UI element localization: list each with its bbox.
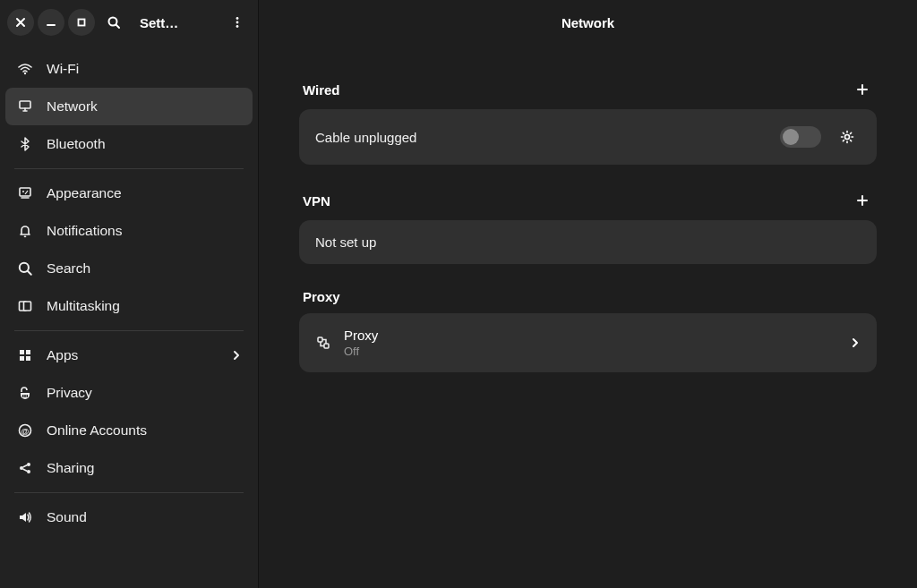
divider bbox=[14, 168, 244, 169]
search-icon bbox=[16, 260, 34, 277]
close-button[interactable] bbox=[7, 9, 34, 36]
sidebar-nav: Wi-Fi Network Bluetooth Appearance Noti bbox=[0, 45, 258, 541]
svg-point-3 bbox=[236, 21, 239, 24]
sidebar-item-multitasking[interactable]: Multitasking bbox=[5, 287, 253, 325]
menu-button[interactable] bbox=[224, 9, 251, 36]
search-button[interactable] bbox=[100, 9, 127, 36]
apps-icon bbox=[16, 347, 34, 363]
gear-icon bbox=[839, 129, 855, 145]
multitasking-icon bbox=[16, 298, 34, 314]
svg-rect-17 bbox=[24, 395, 26, 397]
svg-point-8 bbox=[22, 191, 24, 192]
notifications-icon bbox=[16, 223, 34, 239]
svg-rect-0 bbox=[79, 20, 85, 26]
sidebar-item-label: Appearance bbox=[47, 185, 122, 201]
svg-rect-26 bbox=[324, 344, 329, 348]
sidebar-item-label: Multitasking bbox=[47, 298, 120, 314]
sidebar-item-label: Bluetooth bbox=[47, 136, 106, 152]
vpn-heading: VPN bbox=[303, 193, 330, 209]
maximize-icon bbox=[76, 17, 87, 28]
svg-rect-14 bbox=[20, 356, 24, 361]
wired-row: Cable unplugged bbox=[299, 109, 877, 165]
sidebar-item-label: Apps bbox=[47, 347, 78, 363]
wifi-icon bbox=[16, 61, 34, 77]
svg-rect-15 bbox=[26, 356, 30, 361]
sidebar-item-network[interactable]: Network bbox=[5, 88, 253, 125]
svg-point-5 bbox=[24, 72, 26, 74]
divider bbox=[14, 492, 244, 493]
toggle-knob bbox=[783, 129, 799, 145]
svg-text:@: @ bbox=[21, 427, 30, 436]
wired-toggle[interactable] bbox=[780, 126, 821, 148]
sidebar-item-search[interactable]: Search bbox=[5, 250, 253, 287]
maximize-button[interactable] bbox=[68, 9, 95, 36]
plus-icon bbox=[856, 83, 869, 96]
sidebar-item-label: Notifications bbox=[47, 223, 122, 239]
sidebar-item-sharing[interactable]: Sharing bbox=[5, 449, 253, 487]
svg-rect-18 bbox=[27, 395, 29, 397]
sidebar-item-privacy[interactable]: Privacy bbox=[5, 374, 253, 412]
svg-rect-11 bbox=[24, 302, 31, 311]
sidebar-item-label: Network bbox=[47, 98, 98, 115]
sidebar-item-online-accounts[interactable]: @ Online Accounts bbox=[5, 412, 253, 449]
main-panel: Network Wired Cable unplugged VPN bbox=[259, 0, 917, 588]
minimize-icon bbox=[46, 17, 56, 28]
vpn-status: Not set up bbox=[315, 234, 861, 250]
proxy-row[interactable]: Proxy Off bbox=[299, 313, 877, 372]
svg-point-22 bbox=[27, 463, 30, 466]
proxy-section: Proxy Proxy Off bbox=[299, 289, 877, 372]
wired-status: Cable unplugged bbox=[315, 130, 767, 145]
svg-rect-16 bbox=[22, 395, 24, 397]
wired-settings-button[interactable] bbox=[834, 124, 861, 150]
minimize-button[interactable] bbox=[38, 9, 64, 36]
svg-rect-13 bbox=[26, 350, 30, 354]
sound-icon bbox=[16, 509, 34, 525]
sidebar-item-notifications[interactable]: Notifications bbox=[5, 212, 253, 250]
titlebar: Sett… bbox=[0, 0, 258, 45]
svg-rect-12 bbox=[20, 350, 24, 354]
vpn-section: VPN Not set up bbox=[299, 190, 877, 264]
sidebar-item-label: Sharing bbox=[47, 460, 94, 476]
svg-point-2 bbox=[236, 17, 239, 20]
sidebar-item-sound[interactable]: Sound bbox=[5, 499, 253, 536]
kebab-icon bbox=[231, 16, 244, 29]
sidebar-item-label: Privacy bbox=[47, 385, 92, 401]
divider bbox=[14, 330, 244, 331]
appearance-icon bbox=[16, 185, 34, 201]
sidebar-item-apps[interactable]: Apps bbox=[5, 337, 253, 374]
sidebar-item-wifi[interactable]: Wi-Fi bbox=[5, 50, 253, 88]
privacy-icon bbox=[16, 385, 34, 401]
svg-rect-25 bbox=[318, 337, 322, 342]
wired-heading: Wired bbox=[303, 82, 340, 98]
close-icon bbox=[15, 17, 26, 28]
sidebar-item-label: Search bbox=[47, 260, 90, 277]
proxy-status: Off bbox=[344, 345, 837, 358]
sidebar-item-label: Online Accounts bbox=[47, 422, 147, 439]
svg-point-4 bbox=[236, 25, 239, 28]
chevron-right-icon bbox=[231, 350, 242, 361]
chevron-right-icon bbox=[850, 337, 861, 348]
proxy-label: Proxy bbox=[344, 328, 837, 343]
add-wired-button[interactable] bbox=[852, 79, 873, 100]
plus-icon bbox=[856, 194, 869, 207]
add-vpn-button[interactable] bbox=[852, 190, 873, 211]
vpn-row: Not set up bbox=[299, 220, 877, 264]
proxy-heading: Proxy bbox=[303, 289, 340, 304]
page-title: Network bbox=[259, 0, 917, 45]
app-title: Sett… bbox=[140, 15, 178, 30]
bluetooth-icon bbox=[16, 136, 34, 152]
sidebar-item-bluetooth[interactable]: Bluetooth bbox=[5, 125, 253, 163]
svg-point-23 bbox=[27, 470, 30, 473]
proxy-icon bbox=[315, 335, 331, 351]
sidebar-item-appearance[interactable]: Appearance bbox=[5, 175, 253, 212]
svg-point-24 bbox=[845, 135, 850, 140]
svg-rect-6 bbox=[20, 101, 30, 108]
sharing-icon bbox=[16, 460, 34, 476]
sidebar-item-label: Sound bbox=[47, 509, 87, 525]
search-icon bbox=[107, 15, 121, 30]
sidebar: Sett… Wi-Fi Network Bluetooth bbox=[0, 0, 259, 588]
online-accounts-icon: @ bbox=[16, 422, 34, 439]
network-icon bbox=[16, 98, 34, 115]
svg-rect-7 bbox=[20, 188, 30, 196]
sidebar-item-label: Wi-Fi bbox=[47, 61, 79, 77]
